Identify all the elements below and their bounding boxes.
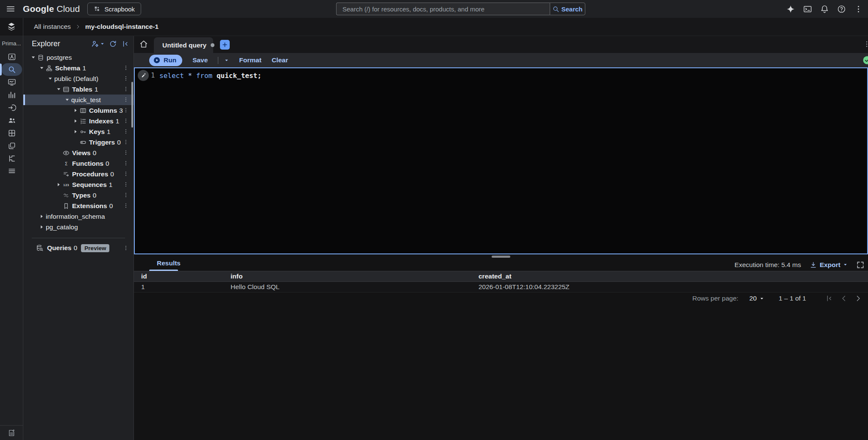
tree-item-menu-button[interactable] [122,106,130,114]
export-button[interactable]: Export [810,261,848,269]
tree-item-schema[interactable]: Schema1 [23,63,134,73]
tree-item-menu-button[interactable] [122,95,130,104]
topbar-button-cloud-shell[interactable] [800,2,815,16]
tree-item-menu-button[interactable] [122,201,130,210]
main-menu-button[interactable] [0,0,21,18]
tree-item-menu-button[interactable] [122,64,130,72]
save-options-caret-icon[interactable] [224,58,229,63]
sidebar-item-query-insights[interactable] [0,89,23,101]
tab-overflow-menu-icon[interactable] [863,40,868,48]
sidebar-item-cloud-sql-studio[interactable] [0,63,23,76]
queries-menu-button[interactable] [122,244,130,252]
sidebar-item-release-notes[interactable] [0,425,23,440]
table-row[interactable]: 1Hello Cloud SQL2026-01-08T12:10:04.2232… [134,282,868,292]
tree-item-menu-button[interactable] [122,159,130,167]
explorer-scrollbar-thumb[interactable] [131,82,133,128]
tree-item-keys[interactable]: Keys1 [23,126,134,137]
panel-resize-handle[interactable] [492,256,510,258]
tab-untitled-query[interactable]: Untitled query [154,37,213,53]
tree-item-menu-button[interactable] [122,148,130,157]
sidebar-item-system-insights[interactable] [0,76,23,89]
expand-arrow-icon[interactable] [37,223,46,231]
project-picker-button[interactable]: Scrapbook [87,3,141,15]
collapse-arrow-icon[interactable] [37,64,46,72]
tree-item-tables[interactable]: Tables1 [23,84,134,95]
tree-item-indexes[interactable]: Indexes1 [23,116,134,126]
tree-item-columns[interactable]: Columns3 [23,105,134,116]
collapse-arrow-icon[interactable] [54,85,63,94]
tree-item-triggers[interactable]: Triggers0 [23,137,134,148]
tree-item-menu-button[interactable] [122,170,130,178]
search-input[interactable] [336,3,550,15]
refresh-button[interactable] [109,40,117,48]
tree-item-label: Triggers [89,139,115,146]
collapse-arrow-icon[interactable] [63,96,71,104]
tree-item-menu-button[interactable] [122,127,130,136]
tree-item-label: Schema [55,64,80,72]
fullscreen-icon[interactable] [856,261,865,269]
gemini-edit-button[interactable] [138,70,149,81]
expand-arrow-icon[interactable] [71,117,80,125]
tree-item-menu-button[interactable] [122,117,130,125]
tree-item-menu-button[interactable] [122,138,130,146]
sidebar-item-overview[interactable] [0,50,23,63]
expand-arrow-icon[interactable] [71,106,80,115]
topbar-button-more[interactable] [851,2,865,16]
tree-item-label: postgres [47,54,72,61]
tree-item-types[interactable]: Types0 [23,190,134,201]
query-insights-icon [8,91,16,99]
breadcrumb-all-instances[interactable]: All instances [34,23,71,31]
collapse-arrow-icon[interactable] [46,75,54,83]
format-button[interactable]: Format [239,56,262,64]
sidebar-item-databases[interactable] [0,127,23,139]
tree-item-menu-button[interactable] [122,74,130,83]
save-button[interactable]: Save [192,56,208,64]
tree-item-menu-button[interactable] [122,191,130,199]
tree-item-public-default[interactable]: public (Default) [23,73,134,84]
sidebar-item-connections[interactable] [0,101,23,114]
topbar-button-gemini[interactable] [783,2,798,16]
tree-item-quick-test[interactable]: quick_test [23,95,134,105]
switch-user-button[interactable] [91,40,105,48]
google-cloud-logo[interactable]: Google Cloud [23,4,80,14]
rows-per-page-select[interactable]: 20 [749,295,764,302]
first-page-button[interactable] [824,293,835,304]
tree-item-menu-button[interactable] [122,85,130,93]
expand-arrow-icon[interactable] [71,128,80,136]
results-actions: Execution time: 5.4 ms Export [734,259,865,271]
tree-item-menu-button[interactable] [122,180,130,189]
sidebar-item-users[interactable] [0,114,23,127]
panel-resize-row [134,254,868,259]
search-button[interactable]: Search [550,3,585,15]
tree-selected-bar [23,95,25,105]
tree-item-label: Keys [89,128,105,136]
next-page-button[interactable] [853,293,864,304]
tree-item-information-schema[interactable]: information_schema [23,211,134,222]
topbar-button-help[interactable] [834,2,849,16]
tree-item-views[interactable]: Views0 [23,148,134,158]
clear-button[interactable]: Clear [272,56,288,64]
expand-arrow-icon[interactable] [54,181,63,189]
sidebar-item-operations[interactable] [0,165,23,178]
sidebar-item-replication[interactable] [0,152,23,165]
collapse-arrow-icon[interactable] [29,53,37,62]
tree-item-queries[interactable]: Queries 0 Preview [23,242,134,253]
collapse-panel-button[interactable] [121,40,129,48]
tree-item-postgres[interactable]: postgres [23,52,134,63]
studio-home-button[interactable] [139,39,150,50]
tree-item-procedures[interactable]: Procedures0 [23,169,134,179]
sidebar-item-backups[interactable] [0,139,23,152]
topbar-button-notifications[interactable] [817,2,832,16]
tree-item-extensions[interactable]: Extensions0 [23,201,134,211]
prev-page-button[interactable] [838,293,849,304]
run-button[interactable]: Run [149,55,182,66]
tree-item-pg-catalog[interactable]: pg_catalog [23,222,134,232]
tree-item-functions[interactable]: ΣFunctions0 [23,158,134,169]
tree-item-sequences[interactable]: 123Sequences1 [23,179,134,190]
sql-editor[interactable]: 1 select * from quick_test; [134,67,868,254]
tab-results[interactable]: Results [157,259,181,267]
refresh-icon [109,40,117,48]
new-tab-button[interactable] [220,40,230,50]
code-line[interactable]: select * from quick_test; [159,68,262,253]
expand-arrow-icon[interactable] [37,212,46,221]
